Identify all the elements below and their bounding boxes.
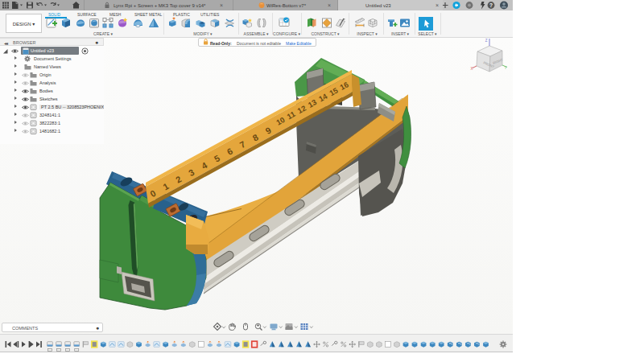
svg-text:X: X [470, 67, 473, 71]
svg-text:Z: Z [485, 39, 488, 43]
svg-text:?: ? [489, 2, 493, 8]
svg-text:Y: Y [504, 66, 506, 70]
